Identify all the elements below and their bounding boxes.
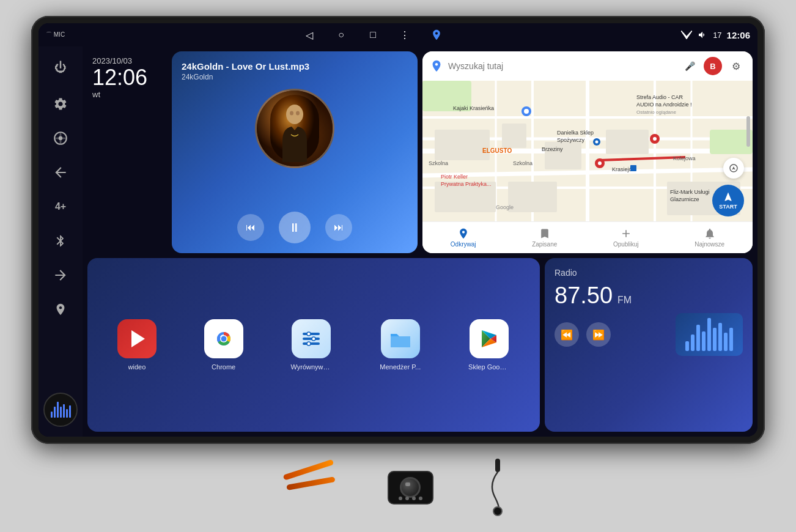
content-area: 2023/10/03 12:06 wt 24kGoldn - Love Or L… — [83, 46, 757, 437]
svg-text:Glazurnicze: Glazurnicze — [670, 196, 699, 202]
equalizer-icon — [300, 328, 322, 350]
pry-tools-icon — [284, 475, 339, 500]
nav-maps-btn[interactable] — [428, 26, 445, 43]
svg-text:Szkolna: Szkolna — [513, 160, 533, 166]
volume-level: 17 — [713, 31, 721, 40]
svg-text:Spożywczy: Spożywczy — [557, 137, 585, 143]
app-item-equalizer[interactable]: Wyrównywa... — [290, 319, 332, 371]
apps-grid: wideo — [100, 319, 528, 371]
radio-widget: Radio 87.50 FM ⏪ ⏩ — [545, 258, 753, 432]
prev-btn[interactable]: ⏮ — [237, 214, 264, 241]
svg-point-60 — [307, 332, 311, 336]
map-view[interactable]: Kajaki Krasieńka Strefa Audio - CAR AUDI… — [422, 81, 753, 221]
app-item-video[interactable]: wideo — [117, 319, 157, 371]
viz-bar-1 — [685, 341, 689, 351]
led-4 — [419, 497, 422, 500]
lens-reflection — [405, 482, 410, 486]
map-mic-btn[interactable]: 🎤 — [680, 57, 699, 75]
map-search-bar: 🎤 B ⚙ — [422, 51, 753, 81]
map-tab-odkrywaj[interactable]: Odkrywaj — [451, 227, 476, 248]
start-navigation-btn[interactable]: START — [712, 185, 744, 216]
sidebar-item-plus[interactable]: 4+ — [45, 191, 76, 223]
svg-point-61 — [312, 337, 315, 341]
sound-widget[interactable] — [43, 393, 78, 427]
nav-back-btn[interactable]: ◁ — [301, 26, 318, 43]
sidebar-item-settings[interactable] — [45, 88, 76, 120]
accessories — [284, 459, 513, 516]
status-left: ⌒ MIC — [46, 31, 65, 39]
led-2 — [405, 497, 409, 500]
nav-recent-btn[interactable]: □ — [364, 26, 381, 43]
day-display: wt — [92, 90, 162, 99]
radio-prev-btn[interactable]: ⏪ — [555, 322, 579, 347]
app-item-store[interactable]: Sklep Googl... — [468, 319, 510, 371]
svg-rect-57 — [303, 333, 320, 335]
map-avatar[interactable]: B — [704, 57, 722, 75]
viz-bar-9 — [729, 328, 733, 351]
back-arrow-icon — [53, 164, 68, 180]
svg-point-28 — [524, 109, 529, 114]
sidebar-item-power[interactable]: ⏻ — [45, 51, 76, 83]
map-tab-opublikuj[interactable]: Opublikuj — [613, 227, 639, 248]
viz-bar-2 — [691, 334, 695, 351]
video-app-label: wideo — [128, 363, 146, 371]
radio-next-btn[interactable]: ⏩ — [586, 322, 611, 347]
svg-text:Google: Google — [496, 204, 514, 210]
equalizer-app-label: Wyrównywa... — [290, 363, 332, 371]
map-tab-zapisane[interactable]: Zapisane — [532, 227, 557, 248]
viz-bar-6 — [713, 328, 717, 351]
device-shell: ⌒ MIC ◁ ○ □ ⋮ — [31, 16, 765, 444]
sidebar-item-location[interactable] — [45, 294, 76, 325]
najnowsze-label: Najnowsze — [695, 241, 724, 248]
nav-buttons: ◁ ○ □ ⋮ — [301, 26, 445, 43]
svg-text:ELGUSTO: ELGUSTO — [482, 147, 512, 154]
nav-menu-btn[interactable]: ⋮ — [396, 26, 413, 43]
svg-text:Prywatna Praktyka...: Prywatna Praktyka... — [441, 181, 492, 187]
compass-btn[interactable] — [723, 158, 744, 179]
viz-bar-5 — [707, 318, 711, 351]
bottom-row: wideo — [87, 258, 753, 432]
odkrywaj-label: Odkrywaj — [451, 241, 476, 248]
next-btn[interactable]: ⏭ — [325, 214, 352, 241]
sidebar-item-radio[interactable] — [45, 122, 76, 154]
radio-band: FM — [617, 295, 632, 306]
svg-text:Szkolna: Szkolna — [429, 160, 448, 166]
viz-bar-7 — [718, 323, 722, 351]
svg-point-34 — [595, 141, 599, 144]
svg-rect-19 — [502, 124, 526, 148]
store-app-label: Sklep Googl... — [468, 363, 510, 371]
svg-text:AUDIO na Androidzie !: AUDIO na Androidzie ! — [636, 102, 692, 108]
chrome-app-label: Chrome — [212, 363, 235, 371]
app-item-filemanager[interactable]: Menedżer P... — [380, 319, 421, 371]
music-widget: 24kGoldn - Love Or Lust.mp3 24kGoldn — [172, 51, 418, 253]
svg-point-4 — [290, 111, 293, 116]
play-pause-btn[interactable]: ⏸ — [279, 212, 311, 243]
volume-icon — [697, 30, 708, 40]
map-settings-btn[interactable]: ⚙ — [727, 57, 745, 75]
camera-leds — [399, 497, 422, 500]
sidebar-item-forward[interactable] — [45, 259, 76, 291]
sidebar-item-bluetooth[interactable] — [45, 225, 76, 257]
map-tab-najnowsze[interactable]: Najnowsze — [695, 227, 724, 248]
svg-rect-21 — [606, 130, 649, 154]
location-icon — [54, 301, 67, 317]
viz-bar-4 — [702, 331, 706, 351]
mic-element — [493, 506, 503, 516]
sidebar: ⏻ — [39, 46, 83, 437]
maps-logo-icon — [430, 59, 443, 73]
radio-freq-row: 87.50 FM — [555, 284, 743, 307]
svg-point-32 — [598, 161, 602, 165]
opublikuj-label: Opublikuj — [613, 241, 639, 248]
map-search-input[interactable] — [448, 61, 676, 71]
map-roads: Kajaki Krasieńka Strefa Audio - CAR AUDI… — [422, 81, 753, 221]
album-art-inner — [257, 91, 333, 166]
folder-app-icon — [381, 319, 420, 358]
pry-tools-accessory — [284, 475, 339, 500]
svg-rect-58 — [303, 338, 320, 340]
camera-icon — [388, 471, 433, 504]
radio-visualizer — [676, 313, 743, 356]
mic-label: ⌒ MIC — [46, 31, 65, 39]
nav-home-btn[interactable]: ○ — [333, 26, 350, 43]
sidebar-item-back[interactable] — [45, 157, 76, 188]
app-item-chrome[interactable]: Chrome — [204, 319, 243, 371]
